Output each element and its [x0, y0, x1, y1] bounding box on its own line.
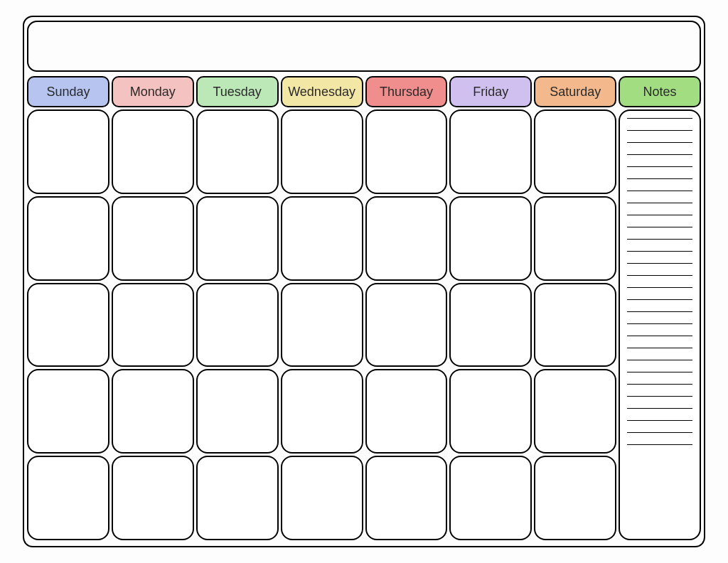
note-line [627, 215, 692, 215]
note-line [627, 444, 692, 445]
day-cell [112, 196, 194, 281]
calendar-grid: Sunday Monday Tuesday Wednesday Thursday… [27, 76, 701, 540]
note-line [627, 372, 692, 372]
day-cell [534, 456, 616, 540]
day-cell [365, 109, 448, 194]
note-line [627, 275, 692, 276]
note-line [627, 287, 692, 288]
day-cell [449, 369, 532, 454]
day-cell [534, 283, 616, 368]
note-line [627, 384, 692, 385]
note-line [627, 336, 692, 336]
day-cell [281, 283, 363, 368]
note-line [627, 420, 692, 421]
day-cell [196, 283, 279, 368]
day-cell [365, 283, 448, 368]
note-line [627, 130, 692, 131]
day-cell [27, 109, 109, 194]
header-notes: Notes [619, 76, 701, 107]
note-line [627, 118, 692, 119]
note-line [627, 311, 692, 312]
day-cell [365, 369, 448, 454]
note-line [627, 251, 692, 252]
note-line [627, 299, 692, 300]
day-cell [281, 109, 363, 194]
header-sunday: Sunday [27, 76, 109, 107]
note-line [627, 263, 692, 264]
day-cell [534, 196, 616, 281]
day-cell [281, 456, 363, 540]
day-cell [449, 456, 532, 540]
day-cell [196, 369, 279, 454]
header-wednesday: Wednesday [281, 76, 363, 107]
day-cell [196, 196, 279, 281]
day-cell [449, 283, 532, 368]
note-line [627, 191, 692, 191]
note-line [627, 408, 692, 409]
note-line [627, 178, 692, 179]
header-saturday: Saturday [534, 76, 616, 107]
note-line [627, 203, 692, 203]
day-cell [196, 456, 279, 540]
day-cell [281, 196, 363, 281]
day-cell [112, 109, 194, 194]
note-line [627, 432, 692, 433]
day-cell [281, 369, 363, 454]
day-cell [365, 456, 448, 540]
note-line [627, 396, 692, 397]
note-line [627, 323, 692, 324]
day-cell [112, 369, 194, 454]
note-line [627, 360, 692, 360]
notes-area [619, 109, 701, 540]
day-cell [27, 196, 109, 281]
header-thursday: Thursday [365, 76, 448, 107]
note-line [627, 348, 692, 348]
day-cell [534, 369, 616, 454]
day-cell [112, 283, 194, 368]
day-cell [112, 456, 194, 540]
day-cell [449, 109, 532, 194]
note-line [627, 154, 692, 155]
day-cell [365, 196, 448, 281]
day-cell [196, 109, 279, 194]
day-cell [27, 369, 109, 454]
header-tuesday: Tuesday [196, 76, 279, 107]
header-friday: Friday [449, 76, 532, 107]
note-line [627, 239, 692, 240]
note-line [627, 166, 692, 167]
title-box [27, 21, 701, 72]
day-cell [27, 283, 109, 368]
day-cell [27, 456, 109, 540]
day-cell [449, 196, 532, 281]
note-line [627, 227, 692, 227]
header-monday: Monday [112, 76, 194, 107]
calendar-frame: Sunday Monday Tuesday Wednesday Thursday… [23, 16, 705, 547]
note-line [627, 142, 692, 143]
day-cell [534, 109, 616, 194]
